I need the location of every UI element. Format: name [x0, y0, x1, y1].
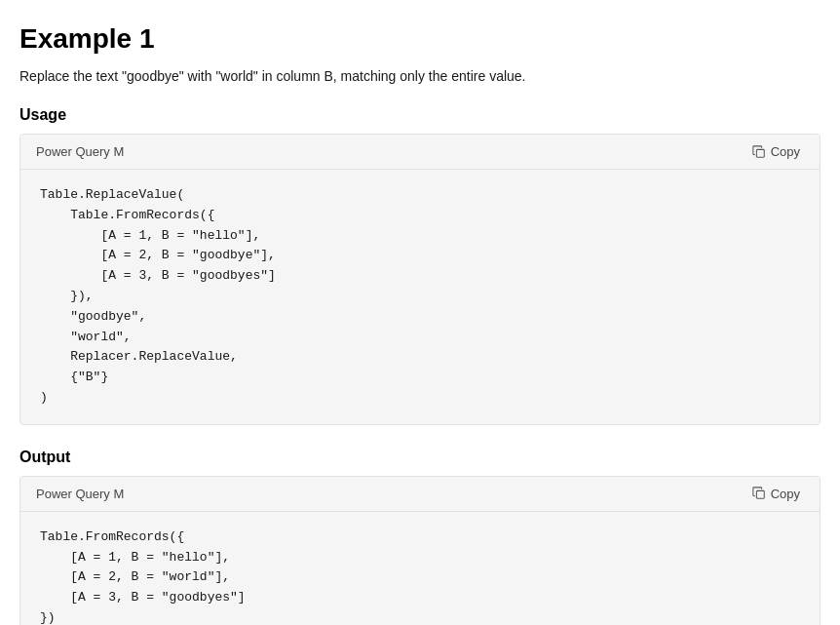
output-code-lang: Power Query M — [36, 487, 124, 501]
usage-copy-label: Copy — [771, 144, 800, 159]
output-copy-label: Copy — [771, 487, 800, 501]
output-code-text: Table.FromRecords({ [A = 1, B = "hello"]… — [40, 527, 800, 625]
usage-copy-button[interactable]: Copy — [748, 142, 804, 161]
output-code-block: Power Query M Copy Table.FromRecords({ [… — [19, 476, 821, 625]
usage-code-body: Table.ReplaceValue( Table.FromRecords({ … — [20, 170, 820, 424]
output-section-label: Output — [19, 449, 821, 466]
svg-rect-0 — [756, 149, 764, 157]
page-title: Example 1 — [19, 23, 821, 55]
usage-section-label: Usage — [19, 106, 821, 124]
usage-code-block: Power Query M Copy Table.ReplaceValue( T… — [19, 134, 821, 425]
page-description: Replace the text "goodbye" with "world" … — [19, 66, 821, 87]
svg-rect-1 — [756, 491, 764, 499]
usage-code-lang: Power Query M — [36, 144, 124, 159]
copy-icon — [752, 145, 766, 159]
output-code-body: Table.FromRecords({ [A = 1, B = "hello"]… — [20, 512, 820, 625]
copy-icon-output — [752, 487, 766, 500]
output-code-header: Power Query M Copy — [20, 477, 820, 512]
usage-code-text: Table.ReplaceValue( Table.FromRecords({ … — [40, 185, 800, 409]
usage-code-header: Power Query M Copy — [20, 135, 820, 170]
output-section: Output Power Query M Copy Table.FromReco… — [19, 449, 821, 625]
output-copy-button[interactable]: Copy — [748, 485, 804, 503]
